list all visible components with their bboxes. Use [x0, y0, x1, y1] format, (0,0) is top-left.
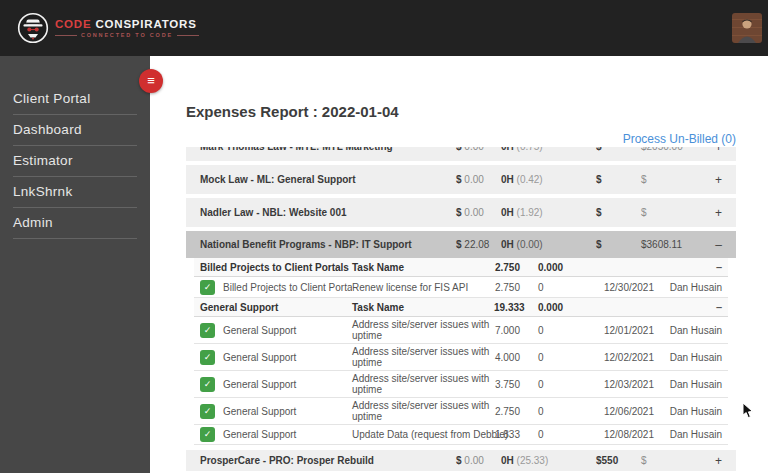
task-group-label: General Support — [223, 406, 296, 417]
client-amount: $ 0.00 — [456, 147, 501, 152]
task-hours: 2.750 — [494, 282, 530, 293]
client-row-mark-thomas[interactable]: Mark Thomas Law - MTL: MTL Marketing $ 0… — [186, 147, 736, 161]
task-group-label: General Support — [223, 352, 296, 363]
task-zero: 0 — [530, 406, 570, 417]
amount-value: 22.08 — [464, 239, 489, 250]
process-unbilled-link[interactable]: Process Un-Billed (0) — [623, 132, 736, 146]
client-hours: 0H (0.75) — [501, 147, 596, 152]
expand-icon[interactable]: + — [701, 454, 736, 468]
client-name: ProsperCare - PRO: Prosper Rebuild — [186, 455, 456, 466]
task-zero: 0 — [530, 325, 570, 336]
hours-paren: (0.75) — [517, 147, 543, 152]
checked-checkbox[interactable]: ✓ — [200, 280, 215, 295]
task-row: ✓ General Support Update Data (request f… — [194, 425, 728, 445]
task-group-label: General Support — [223, 429, 296, 440]
client-amount: $ 0.00 — [456, 174, 501, 185]
group-header-billed-projects[interactable]: Billed Projects to Client Portals Task N… — [194, 258, 728, 277]
client-row-national-benefit[interactable]: National Benefit Programs - NBP: IT Supp… — [186, 231, 736, 258]
client-amount: $ 0.00 — [456, 455, 501, 466]
client-row-mock-law[interactable]: Mock Law - ML: General Support $ 0.00 0H… — [186, 165, 736, 194]
checked-checkbox[interactable]: ✓ — [200, 350, 215, 365]
hours-paren: (0.42) — [517, 174, 543, 185]
task-date: 12/02/2021 — [570, 352, 662, 363]
brand-logo[interactable]: CODE CONSPIRATORS CONNECTED TO CODE — [0, 12, 199, 44]
collapse-icon[interactable]: – — [662, 301, 728, 313]
currency-symbol: $ — [456, 207, 462, 218]
task-person: Dan Husain — [662, 352, 728, 363]
checked-checkbox[interactable]: ✓ — [200, 404, 215, 419]
task-row: ✓ General Support Address site/server is… — [194, 344, 728, 371]
sidebar-item-lnkshrnk[interactable]: LnkShrnk — [0, 177, 150, 207]
expenses-table: Mark Thomas Law - MTL: MTL Marketing $ 0… — [186, 147, 736, 471]
sidebar-item-admin[interactable]: Admin — [0, 208, 150, 238]
user-avatar[interactable] — [732, 13, 762, 43]
check-icon: ✓ — [204, 406, 212, 416]
collapse-icon[interactable]: – — [701, 238, 736, 252]
client-row-grid: Mock Law - ML: General Support $ 0.00 0H… — [186, 165, 736, 194]
checked-checkbox[interactable]: ✓ — [200, 427, 215, 442]
client-row-grid: Mark Thomas Law - MTL: MTL Marketing $ 0… — [186, 147, 736, 161]
task-row: ✓ Billed Projects to Client Portals Rene… — [194, 277, 728, 298]
task-name: Address site/server issues with uptime — [352, 373, 494, 395]
hours-bold: 0H — [501, 455, 514, 466]
check-icon: ✓ — [204, 325, 212, 335]
sidebar-item-client-portal[interactable]: Client Portal — [0, 84, 150, 114]
top-header: CODE CONSPIRATORS CONNECTED TO CODE — [0, 0, 768, 56]
task-row: ✓ General Support Address site/server is… — [194, 317, 728, 344]
client-hours: 0H (1.92) — [501, 207, 596, 218]
task-person: Dan Husain — [662, 325, 728, 336]
client-col4: $ — [596, 207, 641, 218]
client-col5: $ — [641, 174, 701, 185]
brand-name: CODE CONSPIRATORS — [55, 18, 199, 30]
task-hours: 7.000 — [494, 325, 530, 336]
sidebar: Client Portal Dashboard Estimator LnkShr… — [0, 56, 150, 473]
currency-symbol: $ — [456, 174, 462, 185]
task-label-cell: ✓ General Support — [194, 323, 352, 338]
client-hours: 0H (0.42) — [501, 174, 596, 185]
hours-bold: 0H — [501, 174, 514, 185]
client-row-grid: ProsperCare - PRO: Prosper Rebuild $ 0.0… — [186, 450, 736, 471]
task-hours: 4.000 — [494, 352, 530, 363]
hours-bold: 0H — [501, 207, 514, 218]
amount-value: 0.00 — [464, 455, 483, 466]
collapse-icon[interactable]: – — [662, 261, 728, 273]
client-row-nadler-law[interactable]: Nadler Law - NBL: Website 001 $ 0.00 0H … — [186, 198, 736, 227]
mouse-cursor — [742, 402, 754, 419]
tagline-dash-right — [177, 35, 199, 36]
expand-icon[interactable]: + — [701, 173, 736, 187]
task-label-cell: ✓ General Support — [194, 404, 352, 419]
group-hours-total: 2.750 — [494, 262, 530, 273]
checked-checkbox[interactable]: ✓ — [200, 377, 215, 392]
checked-checkbox[interactable]: ✓ — [200, 323, 215, 338]
group-header-general-support[interactable]: General Support Task Name 19.333 0.000 – — [194, 298, 728, 317]
client-hours: 0H (0.00) — [501, 239, 596, 250]
client-col4: $ — [596, 174, 641, 185]
client-col5: $ — [641, 455, 701, 466]
hours-bold: 0H — [501, 239, 514, 250]
group-zero-total: 0.000 — [530, 262, 570, 273]
menu-toggle-button[interactable]: ≡ — [139, 69, 163, 93]
expand-icon[interactable]: + — [701, 206, 736, 220]
task-group-label: General Support — [223, 379, 296, 390]
hamburger-icon: ≡ — [147, 73, 155, 88]
task-name: Address site/server issues with uptime — [352, 346, 494, 368]
check-icon: ✓ — [204, 429, 212, 439]
task-label-cell: ✓ Billed Projects to Client Portals — [194, 280, 352, 295]
group-zero-total: 0.000 — [530, 302, 570, 313]
client-col4: $ — [596, 147, 641, 152]
task-person: Dan Husain — [662, 406, 728, 417]
brand-tagline: CONNECTED TO CODE — [81, 32, 173, 38]
task-zero: 0 — [530, 429, 570, 440]
client-row-prospercare[interactable]: ProsperCare - PRO: Prosper Rebuild $ 0.0… — [186, 450, 736, 471]
client-name: Mock Law - ML: General Support — [186, 174, 456, 185]
sidebar-nav: Client Portal Dashboard Estimator LnkShr… — [0, 56, 150, 239]
task-name: Update Data (request from Debbie) — [352, 429, 494, 440]
expand-icon[interactable]: + — [701, 147, 736, 154]
client-name: Nadler Law - NBL: Website 001 — [186, 207, 456, 218]
hours-bold: 0H — [501, 147, 514, 152]
sidebar-item-dashboard[interactable]: Dashboard — [0, 115, 150, 145]
task-person: Dan Husain — [662, 429, 728, 440]
sidebar-item-estimator[interactable]: Estimator — [0, 146, 150, 176]
client-col5: $2050.00 — [641, 147, 701, 152]
brand-tagline-row: CONNECTED TO CODE — [55, 32, 199, 38]
